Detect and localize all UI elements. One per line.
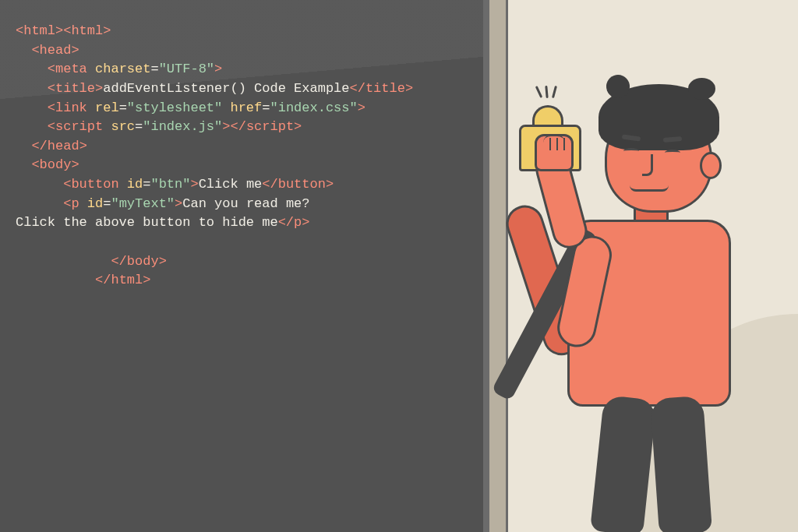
code-block: <html><html> <head> <meta charset="UTF-8… [16, 22, 468, 291]
code-line: <script src="index.js"></script> [16, 118, 468, 137]
code-line: <head> [16, 41, 468, 61]
code-line: <button id="btn">Click me</button> [16, 175, 468, 195]
illustration-panel [483, 0, 798, 532]
legs [583, 397, 723, 532]
code-line [16, 233, 468, 252]
code-line: </html> [16, 271, 468, 291]
code-editor-panel: <html><html> <head> <meta charset="UTF-8… [0, 0, 483, 532]
code-line: <p id="myText">Can you read me? [16, 195, 468, 214]
eye-left [623, 148, 639, 154]
code-line: <link rel="stylesheet" href="index.css"> [16, 99, 468, 118]
person-listening-illustration [505, 78, 798, 530]
code-line: <body> [16, 156, 468, 175]
hair [598, 84, 719, 150]
mouth [630, 185, 669, 192]
code-line: <meta charset="UTF-8"> [16, 60, 468, 79]
code-line: </head> [16, 137, 468, 157]
code-line: Click the above button to hide me</p> [16, 213, 468, 233]
code-line: <title>addEventListener() Code Example</… [16, 79, 468, 99]
hand [535, 134, 574, 171]
eye-right [665, 150, 680, 156]
code-line: <html><html> [16, 22, 468, 41]
nose [642, 154, 653, 176]
ear [700, 152, 722, 179]
code-line: </body> [16, 252, 468, 272]
